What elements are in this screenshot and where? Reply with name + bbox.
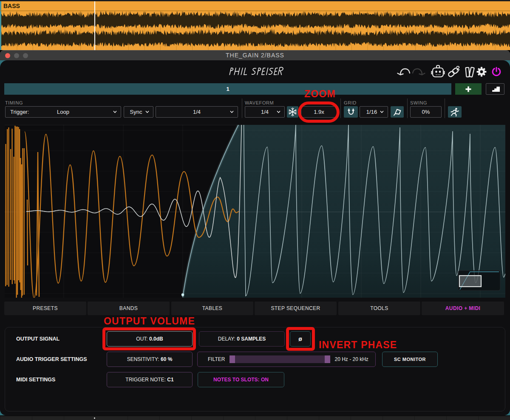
svg-text:BASS: BASS [3,3,20,9]
